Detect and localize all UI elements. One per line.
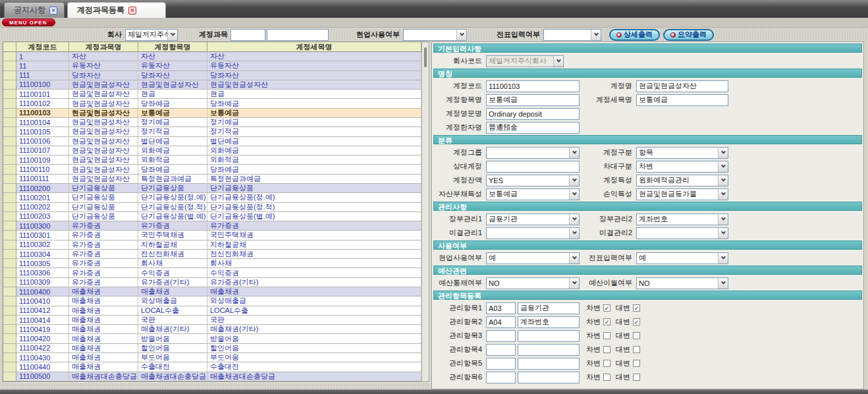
table-row[interactable]: 11100301유가증권국민주택채권국민주택채권	[3, 231, 421, 240]
account-name-search-input[interactable]	[267, 29, 329, 41]
mgmt-item-4-code-input[interactable]	[486, 344, 516, 356]
mgmt-item-4-name-input[interactable]	[518, 344, 580, 356]
budget-control-yn-select[interactable]: NO	[486, 277, 580, 289]
table-row[interactable]: 11100106현금및현금성자산별단예금별단예금	[3, 137, 421, 146]
pending-mgmt-1-select[interactable]	[486, 227, 580, 239]
cell-account-item: 부도어음	[138, 353, 207, 362]
mgmt-item-1-code-input[interactable]	[486, 302, 516, 314]
mgmt-item-4-debit-checkbox[interactable]	[603, 346, 610, 353]
scrollbar-thumb[interactable]	[424, 47, 427, 67]
asset-liability-attribute-select[interactable]: 보통예금	[486, 188, 580, 200]
company-select[interactable]: 제일저지주식회사	[125, 29, 178, 41]
account-code-search-input[interactable]	[231, 29, 265, 41]
table-row[interactable]: 11100302유가증권지하철공채지하철공채	[3, 240, 421, 250]
mgmt-item-6-name-input[interactable]	[518, 372, 580, 383]
table-row[interactable]: 11100305유가증권회사채회사채	[3, 259, 421, 268]
mgmt-item-3-credit-checkbox[interactable]	[633, 332, 640, 339]
table-row[interactable]: 11100412매출채권LOCAL수출LOCAL수출	[3, 306, 421, 316]
table-row[interactable]: 11100110현금및현금성자산당좌예금당좌예금	[3, 165, 421, 174]
account-name-input[interactable]	[636, 80, 728, 92]
field-use-select[interactable]	[403, 29, 467, 41]
table-row[interactable]: 11100430매출채권부도어음부도어음	[3, 353, 421, 362]
table-row[interactable]: 11100309유가증권유가증권(기타)유가증권(기타)	[3, 278, 421, 287]
table-row[interactable]: 11100101현금및현금성자산현금현금	[3, 90, 421, 99]
detail-print-button[interactable]: 상세출력	[609, 29, 660, 41]
table-row[interactable]: 11100104현금및현금성자산정기예금정기예금	[3, 118, 421, 127]
account-group-select[interactable]	[486, 147, 580, 159]
tab-notice[interactable]: 공지사항 ✕	[4, 2, 65, 18]
table-row[interactable]: 11100300유가증권유가증권유가증권	[3, 221, 421, 231]
table-row[interactable]: 11100440매출채권수출대전수출대전	[3, 362, 421, 372]
table-row[interactable]: 11100200단기금융상품단기금융상품단기금융상품	[3, 184, 421, 193]
close-icon[interactable]: ✕	[128, 7, 136, 14]
account-hanja-name-input[interactable]	[486, 122, 580, 134]
table-row[interactable]: 11유동자산유동자산유동자산	[3, 61, 421, 70]
mgmt-item-5-code-input[interactable]	[486, 358, 516, 370]
mgmt-item-6-code-input[interactable]	[486, 372, 516, 383]
vertical-scrollbar[interactable]	[421, 42, 429, 381]
table-row[interactable]: 11100109현금및현금성자산외화적금외화적금	[3, 155, 421, 165]
table-row[interactable]: 11100103현금및현금성자산보통예금보통예금	[3, 109, 421, 118]
table-row[interactable]: 11100203단기금융상품단기금융상품(별.예)단기금융상품(별.예)	[3, 212, 421, 221]
account-code-input[interactable]	[486, 80, 580, 92]
table-row[interactable]: 11100410매출채권외상매출금외상매출금	[3, 296, 421, 306]
mgmt-item-5-name-input[interactable]	[518, 358, 580, 370]
table-row[interactable]: 1자산자산자산	[3, 52, 421, 61]
account-english-name-input[interactable]	[486, 108, 580, 120]
account-item-name-input[interactable]	[486, 94, 580, 106]
profit-loss-attribute-select[interactable]: 현금및현금등가물	[636, 188, 728, 200]
table-row[interactable]: 11100400매출채권매출채권매출채권	[3, 287, 421, 296]
table-row[interactable]: 11100201단기금융상품단기금융상품(정.예)단기금융상품(정.예)	[3, 193, 421, 202]
mgmt-item-6-credit-checkbox[interactable]	[633, 374, 640, 381]
field-use-yn-select[interactable]: 예	[486, 252, 580, 264]
table-row[interactable]: 111당좌자산당좌자산당좌자산	[3, 71, 421, 80]
table-row[interactable]: 11100306유가증권수익증권수익증권	[3, 268, 421, 277]
summary-print-button[interactable]: 요약출력	[663, 29, 714, 41]
mgmt-item-3-debit-checkbox[interactable]	[603, 332, 610, 339]
mgmt-item-2-code-input[interactable]	[486, 316, 516, 328]
mgmt-item-3-name-input[interactable]	[518, 330, 580, 342]
table-row[interactable]: 11100414매출채권국판국판	[3, 316, 421, 325]
table-row[interactable]: 11100420매출채권받을어음받을어음	[3, 334, 421, 343]
mgmt-item-5-debit-checkbox[interactable]	[603, 360, 610, 367]
account-class-select[interactable]: 항목	[636, 147, 728, 159]
mgmt-item-5-credit-checkbox[interactable]	[633, 360, 640, 367]
mgmt-item-2-debit-checkbox[interactable]: ✓	[603, 318, 610, 325]
counter-account-input[interactable]	[486, 161, 580, 173]
budget-carryover-yn-select[interactable]: NO	[636, 277, 728, 289]
mgmt-item-2-credit-checkbox[interactable]: ✓	[633, 318, 640, 325]
slip-input-yn-select[interactable]: 예	[636, 252, 728, 264]
cell-account-item: 특정현금과예금	[138, 175, 207, 184]
table-row[interactable]: 11100102현금및현금성자산당좌예금당좌예금	[3, 99, 421, 108]
menu-open-button[interactable]: MENU OPEN	[2, 18, 55, 26]
table-row[interactable]: 11100500매출채권대손충당금매출채권대손충당금매출채권대손충당금	[3, 372, 421, 381]
mgmt-item-6-debit-checkbox[interactable]	[603, 374, 610, 381]
table-row[interactable]: 11100105현금및현금성자산정기적금정기적금	[3, 127, 421, 136]
cell-account-item: 당좌자산	[138, 71, 207, 80]
ledger-mgmt-1-select[interactable]: 금융기관	[486, 213, 580, 225]
ledger-mgmt-2-select[interactable]: 계좌번호	[636, 213, 728, 225]
table-row[interactable]: 11100111현금및현금성자산특정현금과예금특정현금과예금	[3, 175, 421, 184]
mgmt-item-1-credit-checkbox[interactable]: ✓	[633, 304, 640, 312]
table-row[interactable]: 11100304유가증권전신전화채권전신전화채권	[3, 250, 421, 259]
table-row[interactable]: 11100422매출채권할인어음할인어음	[3, 344, 421, 353]
account-detail-name-input[interactable]	[636, 94, 728, 106]
account-balance-select[interactable]: YES	[486, 175, 580, 186]
cell-account-code: 11100109	[16, 155, 69, 165]
account-attribute-select[interactable]: 원화예적금관리	[636, 175, 728, 186]
table-row[interactable]: 11100202단기금융상품단기금융상품(정.적)단기금융상품(정.적)	[3, 203, 421, 212]
mgmt-item-2-name-input[interactable]	[518, 316, 580, 328]
mgmt-item-4-credit-checkbox[interactable]	[633, 346, 640, 353]
table-row[interactable]: 11100107현금및현금성자산외화예금외화예금	[3, 146, 421, 155]
slip-input-select[interactable]	[543, 29, 601, 41]
mgmt-item-1-name-input[interactable]	[518, 302, 580, 314]
cell-account-item: 단기금융상품	[138, 184, 207, 193]
table-row[interactable]: 11100419매출채권매출채권(기타)매출채권(기타)	[3, 325, 421, 334]
close-icon[interactable]: ✕	[49, 7, 57, 14]
debit-credit-class-select[interactable]: 차변	[636, 161, 728, 173]
pending-mgmt-2-select[interactable]	[636, 227, 728, 239]
tab-account-register[interactable]: 계정과목등록 ✕	[67, 2, 166, 18]
mgmt-item-3-code-input[interactable]	[486, 330, 516, 342]
table-row[interactable]: 11100100현금및현금성자산현금및현금성자산현금및현금성자산	[3, 80, 421, 90]
mgmt-item-1-debit-checkbox[interactable]: ✓	[603, 304, 610, 312]
